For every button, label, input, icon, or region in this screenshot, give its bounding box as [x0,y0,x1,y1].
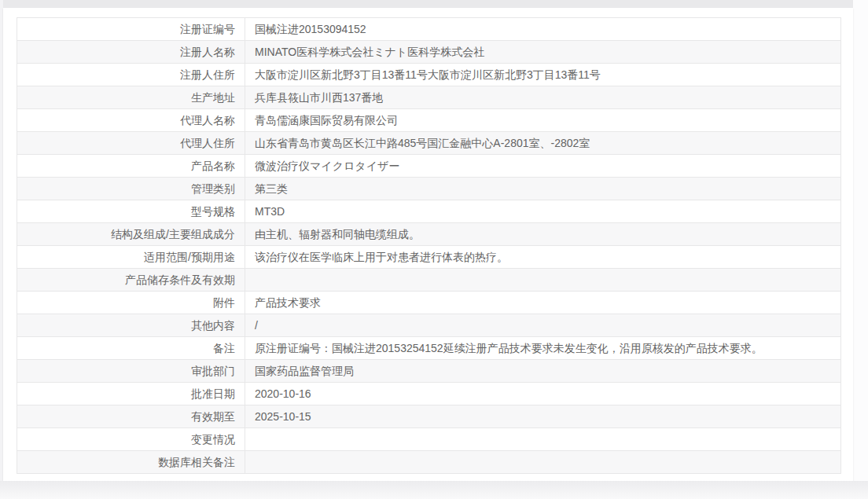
field-value: 2025-10-15 [245,405,841,428]
registration-table-body: 注册证编号国械注进20153094152注册人名称MINATO医科学株式会社ミナ… [17,18,841,474]
field-value: 兵库县筱山市川西137番地 [245,86,841,109]
table-row: 管理类别第三类 [17,178,841,200]
field-label: 其他内容 [17,314,245,337]
field-label: 生产地址 [17,86,245,109]
field-value: MT3D [245,200,841,223]
field-label: 备注 [17,337,245,360]
field-value [245,269,841,292]
field-value: 产品技术要求 [245,292,841,314]
field-value: 2020-10-16 [245,383,841,405]
field-label: 产品储存条件及有效期 [17,269,245,292]
field-value: 原注册证编号：国械注进20153254152延续注册产品技术要求未发生变化，沿用… [245,337,841,360]
field-value [245,428,841,451]
field-value: 第三类 [245,178,841,200]
table-row: 注册证编号国械注进20153094152 [17,18,841,41]
field-value: 国械注进20153094152 [245,18,841,41]
field-label: 变更情况 [17,428,245,451]
content-card: 注册证编号国械注进20153094152注册人名称MINATO医科学株式会社ミナ… [3,8,853,481]
table-row: 其他内容/ [17,314,841,337]
table-row: 备注原注册证编号：国械注进20153254152延续注册产品技术要求未发生变化，… [17,337,841,360]
field-value: / [245,314,841,337]
field-label: 批准日期 [17,383,245,405]
page-footer-area [0,481,868,499]
table-row: 变更情况 [17,428,841,451]
table-row: 代理人名称青岛儒涵康国际贸易有限公司 [17,109,841,132]
field-label: 适用范围/预期用途 [17,246,245,269]
table-row: 型号规格MT3D [17,200,841,223]
table-row: 批准日期2020-10-16 [17,383,841,405]
registration-info-table: 注册证编号国械注进20153094152注册人名称MINATO医科学株式会社ミナ… [17,17,841,474]
table-row: 代理人住所山东省青岛市黄岛区长江中路485号国汇金融中心A-2801室、-280… [17,132,841,155]
field-label: 代理人名称 [17,109,245,132]
table-row: 审批部门国家药品监督管理局 [17,360,841,383]
field-label: 结构及组成/主要组成成分 [17,223,245,246]
field-label: 型号规格 [17,200,245,223]
field-value: 该治疗仪在医学临床上用于对患者进行体表的热疗。 [245,246,841,269]
field-value: 山东省青岛市黄岛区长江中路485号国汇金融中心A-2801室、-2802室 [245,132,841,155]
page-top-bar [3,0,853,8]
table-row: 结构及组成/主要组成成分由主机、辐射器和同轴电缆组成。 [17,223,841,246]
field-value: 微波治疗仪マイクロタイザー [245,155,841,178]
field-label: 产品名称 [17,155,245,178]
field-value: 国家药品监督管理局 [245,360,841,383]
table-row: 有效期至2025-10-15 [17,405,841,428]
field-value: 青岛儒涵康国际贸易有限公司 [245,109,841,132]
field-label: 注册人名称 [17,41,245,64]
table-row: 生产地址兵库县筱山市川西137番地 [17,86,841,109]
field-label: 审批部门 [17,360,245,383]
table-row: 产品名称微波治疗仪マイクロタイザー [17,155,841,178]
field-label: 附件 [17,292,245,314]
field-label: 注册证编号 [17,18,245,41]
field-value: 由主机、辐射器和同轴电缆组成。 [245,223,841,246]
table-row: 附件产品技术要求 [17,292,841,314]
table-row: 适用范围/预期用途该治疗仪在医学临床上用于对患者进行体表的热疗。 [17,246,841,269]
field-label: 代理人住所 [17,132,245,155]
field-label: 数据库相关备注 [17,451,245,474]
field-value: 大阪市淀川区新北野3丁目13番11号大阪市淀川区新北野3丁目13番11号 [245,64,841,86]
table-row: 产品储存条件及有效期 [17,269,841,292]
field-value: MINATO医科学株式会社ミナト医科学株式会社 [245,41,841,64]
field-label: 管理类别 [17,178,245,200]
table-row: 数据库相关备注 [17,451,841,474]
field-label: 注册人住所 [17,64,245,86]
field-value [245,451,841,474]
table-row: 注册人名称MINATO医科学株式会社ミナト医科学株式会社 [17,41,841,64]
field-label: 有效期至 [17,405,245,428]
table-row: 注册人住所大阪市淀川区新北野3丁目13番11号大阪市淀川区新北野3丁目13番11… [17,64,841,86]
